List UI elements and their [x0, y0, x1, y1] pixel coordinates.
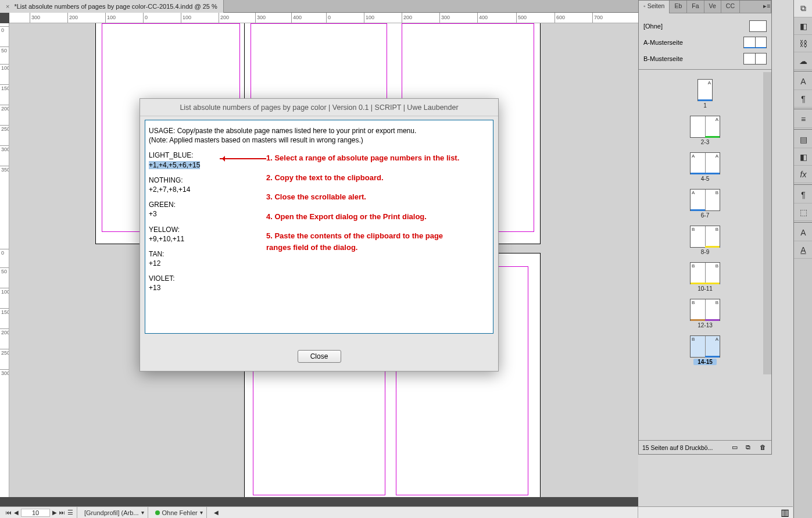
- view-mode-switcher[interactable]: ▥: [638, 506, 793, 518]
- anno-step: 2. Copy the text to the clipboard.: [266, 172, 464, 184]
- panel-divider[interactable]: [639, 69, 771, 70]
- page-thumbnail[interactable]: AA: [690, 152, 720, 174]
- anno-step: 1. Select a range of absolute page numbe…: [266, 152, 464, 164]
- pages-panel: ◦ SeitenEbFaVeCC▸≡ [Ohne]A-MusterseiteB-…: [638, 0, 772, 455]
- panel-footer: 15 Seiten auf 8 Druckbö... ▭ ⧉ 🗑: [639, 440, 771, 454]
- page-thumbnail[interactable]: BB: [690, 299, 720, 321]
- last-page-icon[interactable]: ⏭: [59, 509, 65, 516]
- panel-tab[interactable]: Ve: [704, 1, 721, 13]
- page-thumbnail[interactable]: AB: [690, 189, 720, 211]
- anno-step: 4. Open the Export dialog or the Print d…: [266, 211, 464, 223]
- panel-menu-icon[interactable]: ▸≡: [759, 1, 771, 13]
- preflight-status[interactable]: Ohne Fehler ▾: [152, 507, 207, 519]
- page-number-label: 14-15: [693, 359, 717, 365]
- panel-tabs: ◦ SeitenEbFaVeCC▸≡: [639, 1, 771, 13]
- story-icon[interactable]: ▤: [794, 131, 812, 148]
- master-page-row[interactable]: A-Musterseite: [643, 34, 767, 51]
- first-page-icon[interactable]: ⏮: [6, 509, 12, 516]
- page-number-label: 6-7: [688, 212, 722, 219]
- links-icon[interactable]: ⛓: [794, 35, 812, 52]
- glyphs-icon[interactable]: A: [794, 241, 812, 259]
- document-status-bar: ⏮ ◀ 10 ▶ ⏭ ☰ [Grundprofil] (Arb... ▾ Ohn…: [0, 506, 638, 518]
- dialog-title: List absolute numbers of pages by page c…: [140, 99, 498, 116]
- layers-icon[interactable]: ◧: [794, 17, 812, 35]
- master-pages-list: [Ohne]A-MusterseiteB-Musterseite: [639, 13, 771, 67]
- master-thumbnail[interactable]: [743, 37, 767, 48]
- collapsed-panel-dock: ⧉ ◧ ⛓ ☁ A ¶ ≡ ▤ ◧ fx ¶ ⬚ A A: [793, 0, 812, 518]
- preflight-profile[interactable]: [Grundprofil] (Arb... ▾: [81, 507, 148, 519]
- preflight-errors-text: Ohne Fehler: [162, 509, 198, 516]
- edit-page-size-icon[interactable]: ▭: [732, 444, 740, 452]
- page-thumbnail[interactable]: BB: [690, 262, 720, 284]
- panel-tab[interactable]: ◦ Seiten: [639, 1, 670, 13]
- page-number-label: 12-13: [688, 322, 722, 328]
- anno-step: 5. Paste the contents of the clipboard t…: [266, 230, 464, 253]
- annotation-arrow: [220, 158, 266, 159]
- char-styles-icon[interactable]: A: [794, 224, 812, 241]
- anno-step: 3. Close the scrollable alert.: [266, 191, 464, 203]
- document-tab-title: *List absolute numbers of pages by page …: [14, 3, 217, 10]
- panel-tab[interactable]: Eb: [670, 1, 687, 13]
- page-number-label: 1: [688, 102, 722, 109]
- page-thumbnail[interactable]: BA: [690, 335, 720, 358]
- page-thumbnail[interactable]: A: [697, 79, 713, 101]
- cc-libraries-icon[interactable]: ☁: [794, 52, 812, 70]
- next-page-icon[interactable]: ▶: [52, 509, 57, 516]
- page-number-label: 10-11: [688, 285, 722, 292]
- close-icon[interactable]: ×: [6, 3, 9, 10]
- paragraph-icon[interactable]: ¶: [794, 90, 812, 108]
- document-tab[interactable]: × *List absolute numbers of pages by pag…: [0, 0, 224, 13]
- open-icon[interactable]: ☰: [67, 509, 73, 516]
- document-tab-strip: × *List absolute numbers of pages by pag…: [0, 0, 638, 13]
- master-thumbnail[interactable]: [743, 53, 767, 65]
- swatches-icon[interactable]: ◧: [794, 148, 812, 166]
- vertical-ruler[interactable]: 050100150200250300350050100150200250300: [0, 23, 9, 497]
- master-thumbnail[interactable]: [749, 20, 767, 32]
- page-number-label: 2-3: [688, 139, 722, 145]
- page-number-field[interactable]: 10: [21, 509, 50, 517]
- page-number-label: 4-5: [688, 176, 722, 182]
- master-page-row[interactable]: [Ohne]: [643, 18, 767, 34]
- master-name: A-Musterseite: [643, 39, 683, 46]
- horizontal-ruler[interactable]: 3002001000100200300400010020030040050060…: [9, 13, 638, 23]
- panel-tab[interactable]: CC: [721, 1, 740, 13]
- new-page-icon[interactable]: ⧉: [746, 444, 754, 452]
- master-name: B-Musterseite: [643, 55, 683, 62]
- effects-icon[interactable]: fx: [794, 166, 812, 183]
- status-ok-icon: [155, 510, 160, 515]
- close-button[interactable]: Close: [298, 350, 341, 363]
- stroke-icon[interactable]: ≡: [794, 110, 812, 128]
- page-thumbnails[interactable]: A1A2-3AA4-5AB6-7BB8-9BB10-11BB12-13BA14-…: [639, 72, 771, 374]
- character-icon[interactable]: A: [794, 73, 812, 90]
- page-thumbnail[interactable]: A: [690, 116, 720, 138]
- master-page-row[interactable]: B-Musterseite: [643, 51, 767, 67]
- annotation-text: 1. Select a range of absolute page numbe…: [266, 152, 464, 261]
- panel-tab[interactable]: Fa: [687, 1, 704, 13]
- profile-name: [Grundprofil] (Arb...: [84, 509, 139, 516]
- scrollbar-horizontal[interactable]: ◀: [210, 507, 638, 519]
- master-name: [Ohne]: [643, 23, 663, 30]
- page-nav[interactable]: ⏮ ◀ 10 ▶ ⏭ ☰: [2, 507, 77, 519]
- prev-page-icon[interactable]: ◀: [14, 509, 19, 516]
- pages-icon[interactable]: ⧉: [794, 0, 812, 17]
- page-number-label: 8-9: [688, 249, 722, 255]
- trash-icon[interactable]: 🗑: [760, 444, 768, 452]
- page-thumbnail[interactable]: BB: [690, 226, 720, 248]
- paragraph-styles-icon[interactable]: ¶: [794, 186, 812, 203]
- scrollbar[interactable]: [763, 72, 771, 374]
- pages-status-text: 15 Seiten auf 8 Druckbö...: [642, 444, 726, 451]
- object-styles-icon[interactable]: ⬚: [794, 203, 812, 221]
